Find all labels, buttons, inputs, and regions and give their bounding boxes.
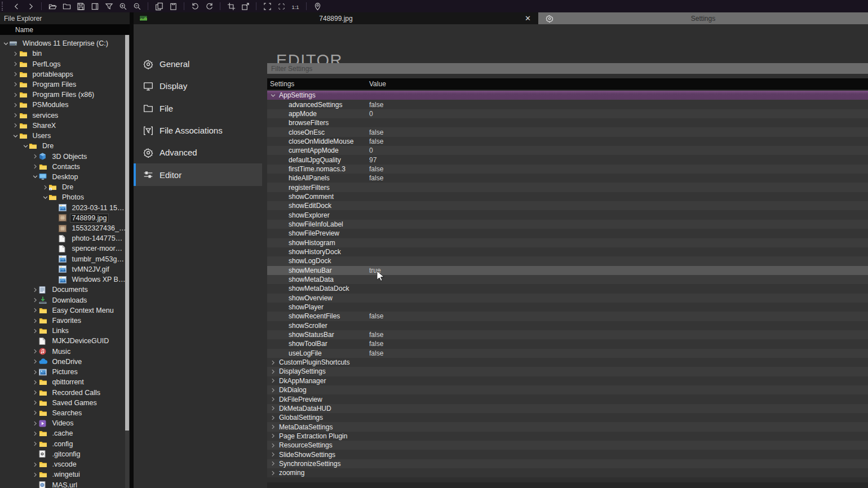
category-file-associations[interactable]: File Associations bbox=[134, 119, 262, 141]
tree-item[interactable]: Saved Games bbox=[0, 398, 130, 408]
settings-row[interactable]: firstTime.nomacs.3false bbox=[267, 165, 868, 174]
settings-row[interactable]: closeOnMiddleMousefalse bbox=[267, 137, 868, 146]
tree-expander-icon[interactable] bbox=[32, 164, 39, 169]
paste-icon[interactable] bbox=[168, 1, 178, 11]
tree-item[interactable]: PerfLogs bbox=[0, 59, 130, 69]
settings-row[interactable]: showExplorer bbox=[267, 210, 868, 219]
settings-row[interactable]: currentAppMode0 bbox=[267, 146, 868, 155]
settings-row[interactable]: MetaDataSettings bbox=[267, 422, 868, 431]
toolbar-drag-handle[interactable] bbox=[2, 2, 5, 11]
settings-row[interactable]: closeOnEscfalse bbox=[267, 127, 868, 136]
tree-expander-icon[interactable] bbox=[32, 421, 39, 426]
tree-expander-icon[interactable] bbox=[12, 92, 19, 97]
category-file[interactable]: File bbox=[134, 97, 262, 119]
settings-row[interactable]: showOverview bbox=[267, 294, 868, 303]
tree-item[interactable]: Searches bbox=[0, 408, 130, 418]
filter-settings-input[interactable] bbox=[267, 63, 868, 74]
tree-item[interactable]: 2023-03-11 15… bbox=[0, 203, 130, 213]
settings-row[interactable]: appMode0 bbox=[267, 109, 868, 118]
tree-expander-icon[interactable] bbox=[32, 472, 39, 477]
tree-item[interactable]: .wingetui bbox=[0, 469, 130, 480]
tree-item[interactable]: qbittorrent bbox=[0, 377, 130, 387]
save-icon[interactable] bbox=[76, 1, 86, 11]
row-expander-icon[interactable] bbox=[271, 452, 279, 457]
back-icon[interactable] bbox=[11, 1, 21, 11]
row-expander-icon[interactable] bbox=[271, 397, 279, 402]
tree-expander-icon[interactable] bbox=[12, 134, 19, 139]
tree-item[interactable]: photo-144775… bbox=[0, 233, 130, 243]
settings-row[interactable]: showMetaDataDock bbox=[267, 284, 868, 293]
one-to-one-icon[interactable]: 1:1 bbox=[290, 1, 300, 11]
tree-expander-icon[interactable] bbox=[2, 41, 9, 46]
tree-expander-icon[interactable] bbox=[12, 61, 19, 66]
settings-row[interactable]: showPlayer bbox=[267, 303, 868, 312]
settings-row[interactable]: showMenuBartrue bbox=[267, 266, 868, 275]
selection-icon[interactable] bbox=[262, 1, 272, 11]
tree-expander-icon[interactable] bbox=[32, 287, 39, 292]
settings-row[interactable]: DkDialog bbox=[267, 385, 868, 394]
panel-divider[interactable] bbox=[130, 12, 134, 488]
tree-item[interactable]: Videos bbox=[0, 418, 130, 428]
row-expander-icon[interactable] bbox=[271, 471, 279, 476]
settings-row[interactable]: SynchronizeSettings bbox=[267, 459, 868, 468]
tree-item[interactable]: PSModules bbox=[0, 100, 130, 110]
tree-item[interactable]: Desktop bbox=[0, 172, 130, 182]
row-expander-icon[interactable] bbox=[271, 461, 279, 466]
category-display[interactable]: Display bbox=[134, 75, 262, 97]
preview-pane-icon[interactable] bbox=[90, 1, 100, 11]
forward-icon[interactable] bbox=[25, 1, 36, 11]
row-expander-icon[interactable] bbox=[271, 388, 279, 393]
rotate-ccw-icon[interactable] bbox=[190, 1, 200, 11]
filter-icon[interactable] bbox=[104, 1, 114, 11]
settings-row[interactable]: ResourceSettings bbox=[267, 441, 868, 450]
tree-expander-icon[interactable] bbox=[32, 400, 39, 405]
tree-expander-icon[interactable] bbox=[12, 82, 19, 87]
tree-item[interactable]: 15532327436_… bbox=[0, 223, 130, 233]
row-expander-icon[interactable] bbox=[271, 93, 279, 98]
tree-expander-icon[interactable] bbox=[32, 329, 39, 334]
tree-expander-icon[interactable] bbox=[32, 462, 39, 467]
tree-expander-icon[interactable] bbox=[12, 113, 19, 118]
tree-expander-icon[interactable] bbox=[32, 390, 39, 395]
settings-row[interactable]: showStatusBarfalse bbox=[267, 330, 868, 339]
crop-icon[interactable] bbox=[226, 1, 236, 11]
settings-row[interactable]: DkAppManager bbox=[267, 376, 868, 385]
tree-item[interactable]: Recorded Calls bbox=[0, 387, 130, 397]
settings-row[interactable]: DkMetaDataHUD bbox=[267, 404, 868, 413]
settings-row[interactable]: hideAllPanelsfalse bbox=[267, 174, 868, 183]
rotate-cw-icon[interactable] bbox=[204, 1, 214, 11]
resize-icon[interactable] bbox=[240, 1, 250, 11]
settings-row[interactable]: advancedSettingsfalse bbox=[267, 100, 868, 109]
tree-expander-icon[interactable] bbox=[12, 103, 19, 108]
tree-expander-icon[interactable] bbox=[12, 72, 19, 77]
tree-item[interactable]: bin bbox=[0, 48, 130, 59]
tree-expander-icon[interactable] bbox=[32, 431, 39, 436]
folder-open-icon[interactable] bbox=[47, 1, 57, 11]
tab-close-icon[interactable]: ✕ bbox=[525, 15, 531, 22]
tree-item[interactable]: OneDrive bbox=[0, 357, 130, 367]
tree-expander-icon[interactable] bbox=[12, 123, 19, 128]
tree-item[interactable]: spencer-moor… bbox=[0, 243, 130, 254]
settings-row[interactable]: AppSettings bbox=[267, 91, 868, 100]
tree-expander-icon[interactable] bbox=[32, 410, 39, 415]
tree-item[interactable]: .vscode bbox=[0, 459, 130, 469]
tree-item[interactable]: Links bbox=[0, 326, 130, 336]
tree-item[interactable]: .cache bbox=[0, 428, 130, 438]
tree-item[interactable]: Windows 11 Enterprise (C:) bbox=[0, 38, 130, 48]
tab-settings[interactable]: Settings bbox=[538, 12, 868, 24]
tree-expander-icon[interactable] bbox=[22, 144, 29, 149]
copy-icon[interactable] bbox=[154, 1, 164, 11]
tree-item[interactable]: tumblr_m453g… bbox=[0, 254, 130, 264]
tree-expander-icon[interactable] bbox=[32, 380, 39, 385]
settings-row[interactable]: CustomPluginShortcuts bbox=[267, 358, 868, 367]
settings-row[interactable]: showComment bbox=[267, 192, 868, 201]
settings-row[interactable]: showToolBarfalse bbox=[267, 339, 868, 348]
tree-scrollbar-thumb[interactable] bbox=[125, 35, 129, 431]
category-general[interactable]: General bbox=[134, 53, 262, 75]
row-expander-icon[interactable] bbox=[271, 369, 279, 374]
tree-scrollbar[interactable] bbox=[125, 35, 129, 488]
table-header[interactable]: Settings Value bbox=[267, 78, 868, 90]
category-editor[interactable]: Editor bbox=[134, 163, 262, 185]
settings-row[interactable]: showHistogram bbox=[267, 238, 868, 247]
settings-row[interactable]: showHistoryDock bbox=[267, 247, 868, 256]
